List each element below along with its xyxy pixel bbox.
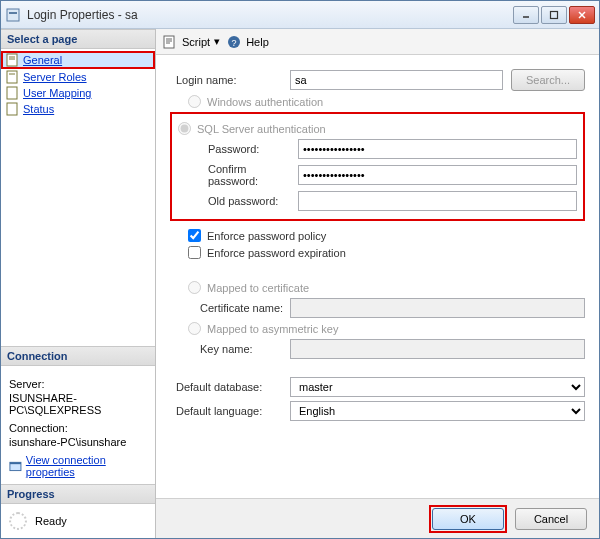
enforce-policy-row[interactable]: Enforce password policy bbox=[188, 229, 585, 242]
page-icon bbox=[5, 86, 19, 100]
windows-auth-radio: Windows authentication bbox=[188, 95, 585, 108]
svg-rect-12 bbox=[7, 103, 17, 115]
connection-label: Connection: bbox=[9, 422, 147, 434]
nav-label: General bbox=[23, 54, 62, 66]
page-nav: General Server Roles User Mapping Status bbox=[1, 49, 155, 119]
properties-icon bbox=[9, 459, 22, 473]
svg-rect-11 bbox=[7, 87, 17, 99]
login-name-input[interactable] bbox=[290, 70, 503, 90]
body-area: Select a page General Server Roles User … bbox=[1, 29, 599, 538]
mapped-cert-input bbox=[188, 281, 201, 294]
confirm-password-input[interactable] bbox=[298, 165, 577, 185]
mapped-cert-label: Mapped to certificate bbox=[207, 282, 309, 294]
svg-rect-0 bbox=[7, 9, 19, 21]
default-lang-select[interactable]: English bbox=[290, 401, 585, 421]
login-properties-window: Login Properties - sa Select a page Gene… bbox=[0, 0, 600, 539]
cancel-button[interactable]: Cancel bbox=[515, 508, 587, 530]
view-props-label: View connection properties bbox=[26, 454, 147, 478]
svg-rect-9 bbox=[7, 71, 17, 83]
main-panel: Script ▾ ? Help Login name: Search... Wi… bbox=[156, 29, 599, 538]
window-icon bbox=[5, 7, 21, 23]
page-icon bbox=[5, 102, 19, 116]
svg-rect-1 bbox=[9, 12, 17, 14]
connection-header: Connection bbox=[1, 346, 155, 366]
progress-header: Progress bbox=[1, 484, 155, 504]
nav-general[interactable]: General bbox=[1, 51, 155, 69]
sidebar-fill bbox=[1, 119, 155, 346]
spinner-icon bbox=[9, 512, 27, 530]
nav-label: Server Roles bbox=[23, 71, 87, 83]
connection-value: isunshare-PC\isunshare bbox=[9, 436, 147, 448]
key-name-row: Key name: bbox=[170, 339, 585, 359]
window-controls bbox=[513, 6, 595, 24]
script-button[interactable]: Script ▾ bbox=[162, 34, 220, 50]
sql-auth-label: SQL Server authentication bbox=[197, 123, 326, 135]
sidebar: Select a page General Server Roles User … bbox=[1, 29, 156, 538]
password-row: Password: bbox=[178, 139, 577, 159]
progress-status: Ready bbox=[35, 515, 67, 527]
mapped-key-label: Mapped to asymmetric key bbox=[207, 323, 338, 335]
win-auth-input bbox=[188, 95, 201, 108]
enforce-expiration-label: Enforce password expiration bbox=[207, 247, 346, 259]
svg-rect-3 bbox=[551, 11, 558, 18]
mapped-key-input bbox=[188, 322, 201, 335]
maximize-button[interactable] bbox=[541, 6, 567, 24]
nav-server-roles[interactable]: Server Roles bbox=[1, 69, 155, 85]
select-page-header: Select a page bbox=[1, 29, 155, 49]
svg-rect-15 bbox=[164, 36, 174, 48]
default-db-select[interactable]: master bbox=[290, 377, 585, 397]
form-area: Login name: Search... Windows authentica… bbox=[156, 55, 599, 498]
enforce-expiration-row[interactable]: Enforce password expiration bbox=[188, 246, 585, 259]
ok-highlight: OK bbox=[429, 505, 507, 533]
close-button[interactable] bbox=[569, 6, 595, 24]
nav-user-mapping[interactable]: User Mapping bbox=[1, 85, 155, 101]
enforce-policy-label: Enforce password policy bbox=[207, 230, 326, 242]
help-label: Help bbox=[246, 36, 269, 48]
login-name-row: Login name: Search... bbox=[170, 69, 585, 91]
sql-auth-radio: SQL Server authentication bbox=[178, 122, 577, 135]
password-label: Password: bbox=[178, 143, 298, 155]
old-password-row: Old password: bbox=[178, 191, 577, 211]
view-connection-properties[interactable]: View connection properties bbox=[9, 454, 147, 478]
server-label: Server: bbox=[9, 378, 147, 390]
svg-text:?: ? bbox=[232, 38, 237, 48]
key-name-label: Key name: bbox=[170, 343, 290, 355]
win-auth-label: Windows authentication bbox=[207, 96, 323, 108]
nav-status[interactable]: Status bbox=[1, 101, 155, 117]
nav-label: User Mapping bbox=[23, 87, 91, 99]
confirm-password-label: Confirm password: bbox=[178, 163, 298, 187]
script-icon bbox=[162, 34, 178, 50]
nav-label: Status bbox=[23, 103, 54, 115]
cert-name-row: Certificate name: bbox=[170, 298, 585, 318]
login-name-label: Login name: bbox=[170, 74, 290, 86]
help-button[interactable]: ? Help bbox=[226, 34, 269, 50]
minimize-button[interactable] bbox=[513, 6, 539, 24]
mapped-cert-radio: Mapped to certificate bbox=[188, 281, 585, 294]
page-icon bbox=[5, 53, 19, 67]
old-password-input[interactable] bbox=[298, 191, 577, 211]
old-password-label: Old password: bbox=[178, 195, 298, 207]
mapped-key-radio: Mapped to asymmetric key bbox=[188, 322, 585, 335]
search-button: Search... bbox=[511, 69, 585, 91]
page-icon bbox=[5, 70, 19, 84]
default-db-row: Default database: master bbox=[170, 377, 585, 397]
cert-name-input bbox=[290, 298, 585, 318]
window-title: Login Properties - sa bbox=[27, 8, 513, 22]
cert-name-label: Certificate name: bbox=[170, 302, 290, 314]
svg-rect-14 bbox=[10, 462, 21, 464]
password-input[interactable] bbox=[298, 139, 577, 159]
enforce-expiration-checkbox[interactable] bbox=[188, 246, 201, 259]
script-label: Script bbox=[182, 36, 210, 48]
default-lang-row: Default language: English bbox=[170, 401, 585, 421]
server-value: ISUNSHARE-PC\SQLEXPRESS bbox=[9, 392, 147, 416]
default-lang-label: Default language: bbox=[170, 405, 290, 417]
svg-rect-6 bbox=[7, 54, 17, 66]
footer: OK Cancel bbox=[156, 498, 599, 538]
enforce-policy-checkbox[interactable] bbox=[188, 229, 201, 242]
sql-auth-input bbox=[178, 122, 191, 135]
key-name-input bbox=[290, 339, 585, 359]
dropdown-icon: ▾ bbox=[214, 35, 220, 48]
help-icon: ? bbox=[226, 34, 242, 50]
ok-button[interactable]: OK bbox=[432, 508, 504, 530]
default-db-label: Default database: bbox=[170, 381, 290, 393]
